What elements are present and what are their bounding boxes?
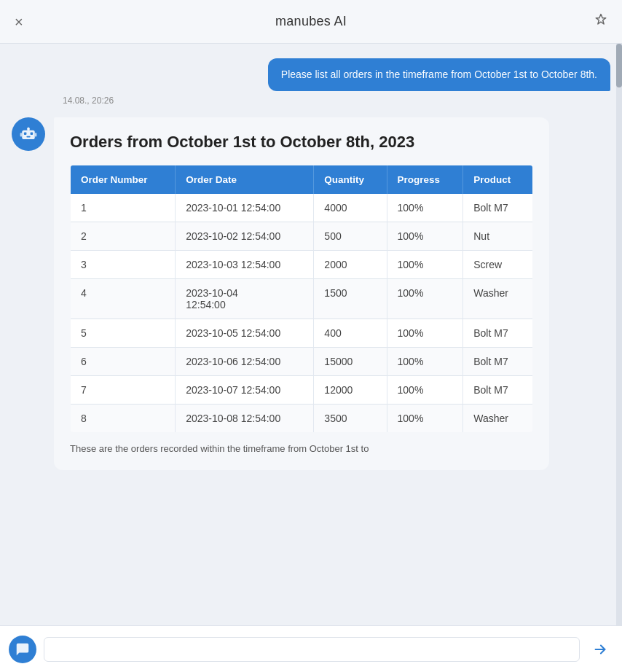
table-cell: 500 (314, 222, 387, 250)
table-cell: 100% (387, 222, 463, 250)
col-order-date: Order Date (176, 165, 314, 194)
user-message: Please list all orders in the timeframe … (12, 58, 610, 91)
table-cell: 12000 (314, 375, 387, 404)
pin-button[interactable] (594, 13, 607, 30)
response-title: Orders from October 1st to October 8th, … (70, 132, 533, 153)
table-row: 42023-10-0412:54:001500100%Washer (71, 278, 533, 319)
table-cell: Washer (463, 278, 533, 319)
svg-rect-5 (28, 127, 29, 130)
close-button[interactable]: × (15, 15, 23, 29)
table-cell: 2023-10-02 12:54:00 (176, 222, 314, 250)
table-cell: 15000 (314, 347, 387, 375)
app-title: manubes AI (275, 14, 347, 29)
table-cell: Bolt M7 (463, 319, 533, 347)
table-cell: 100% (387, 278, 463, 319)
table-cell: 2023-10-01 12:54:00 (176, 194, 314, 222)
table-cell: 100% (387, 194, 463, 222)
table-cell: 100% (387, 250, 463, 278)
bot-avatar (12, 117, 45, 151)
table-cell: 400 (314, 319, 387, 347)
table-row: 52023-10-05 12:54:00400100%Bolt M7 (71, 319, 533, 347)
footer-text: These are the orders recorded within the… (70, 442, 533, 456)
table-cell: Bolt M7 (463, 375, 533, 404)
scrollbar-thumb[interactable] (616, 44, 622, 87)
scrollbar-track[interactable] (616, 44, 622, 625)
orders-table: Order Number Order Date Quantity Progres… (70, 165, 533, 433)
table-cell: 8 (71, 404, 176, 432)
table-cell: 4 (71, 278, 176, 319)
table-cell: 2023-10-05 12:54:00 (176, 319, 314, 347)
svg-rect-6 (20, 133, 23, 136)
table-cell: Screw (463, 250, 533, 278)
chat-area: Please list all orders in the timeframe … (0, 44, 622, 672)
table-cell: 2023-10-03 12:54:00 (176, 250, 314, 278)
table-cell: 100% (387, 347, 463, 375)
table-cell: Washer (463, 404, 533, 432)
bot-message: Orders from October 1st to October 8th, … (12, 117, 610, 470)
bot-content: Orders from October 1st to October 8th, … (54, 117, 549, 470)
table-cell: 100% (387, 375, 463, 404)
chat-icon-button[interactable] (9, 636, 36, 663)
send-button[interactable] (587, 636, 613, 663)
table-cell: Bolt M7 (463, 194, 533, 222)
table-cell: 3 (71, 250, 176, 278)
table-cell: 2023-10-0412:54:00 (176, 278, 314, 319)
table-cell: 7 (71, 375, 176, 404)
table-cell: 100% (387, 319, 463, 347)
table-row: 82023-10-08 12:54:003500100%Washer (71, 404, 533, 432)
message-timestamp: 14.08., 20:26 (63, 95, 610, 106)
table-row: 22023-10-02 12:54:00500100%Nut (71, 222, 533, 250)
col-quantity: Quantity (314, 165, 387, 194)
table-row: 12023-10-01 12:54:004000100%Bolt M7 (71, 194, 533, 222)
app-header: × manubes AI (0, 0, 622, 44)
table-cell: Bolt M7 (463, 347, 533, 375)
chat-input[interactable] (44, 637, 580, 662)
input-area (0, 625, 622, 672)
col-order-number: Order Number (71, 165, 176, 194)
svg-rect-0 (22, 130, 35, 139)
table-header: Order Number Order Date Quantity Progres… (71, 165, 533, 194)
svg-rect-2 (31, 132, 34, 135)
table-cell: 1 (71, 194, 176, 222)
table-cell: 5 (71, 319, 176, 347)
table-cell: 100% (387, 404, 463, 432)
user-bubble: Please list all orders in the timeframe … (268, 58, 610, 91)
table-row: 62023-10-06 12:54:0015000100%Bolt M7 (71, 347, 533, 375)
table-cell: 2 (71, 222, 176, 250)
table-row: 32023-10-03 12:54:002000100%Screw (71, 250, 533, 278)
table-cell: 2023-10-07 12:54:00 (176, 375, 314, 404)
table-cell: 6 (71, 347, 176, 375)
table-row: 72023-10-07 12:54:0012000100%Bolt M7 (71, 375, 533, 404)
table-cell: Nut (463, 222, 533, 250)
table-cell: 2023-10-06 12:54:00 (176, 347, 314, 375)
table-cell: 2000 (314, 250, 387, 278)
table-cell: 2023-10-08 12:54:00 (176, 404, 314, 432)
svg-rect-1 (24, 132, 27, 135)
table-body: 12023-10-01 12:54:004000100%Bolt M722023… (71, 194, 533, 433)
table-cell: 4000 (314, 194, 387, 222)
col-progress: Progress (387, 165, 463, 194)
col-product: Product (463, 165, 533, 194)
svg-rect-3 (26, 136, 30, 138)
table-cell: 3500 (314, 404, 387, 432)
svg-rect-7 (35, 133, 37, 136)
table-cell: 1500 (314, 278, 387, 319)
